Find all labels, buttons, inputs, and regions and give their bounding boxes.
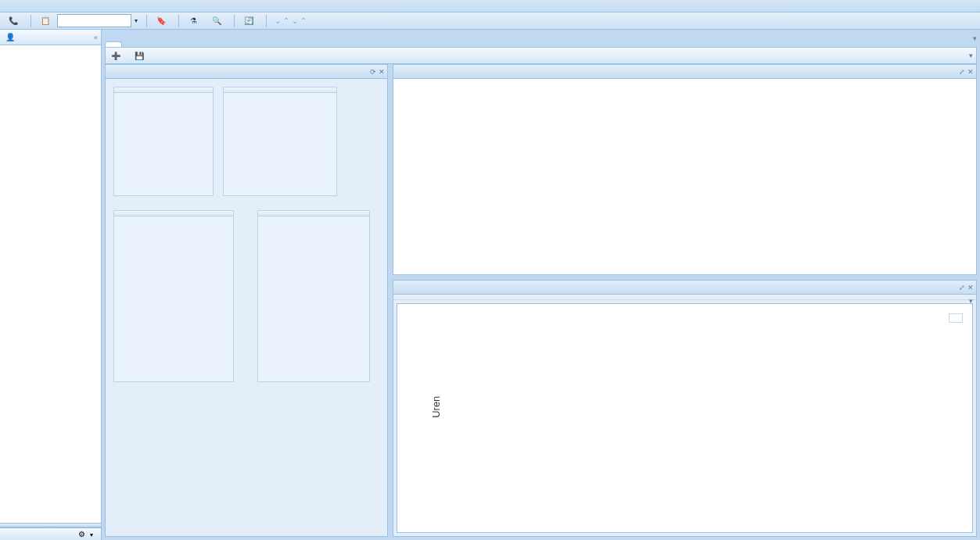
panel-favoriete: ⤢✕ xyxy=(393,64,977,275)
gear-icon[interactable] xyxy=(77,528,88,539)
project-combo[interactable]: ▾ xyxy=(36,13,142,29)
week-tabs: ▾ xyxy=(393,295,976,300)
sidebar-footer: ▾ xyxy=(0,527,101,540)
refresh-icon xyxy=(243,16,254,27)
group-title xyxy=(258,211,369,216)
project-icon xyxy=(40,16,51,27)
user-icon xyxy=(5,32,16,43)
phone-icon xyxy=(8,16,19,27)
project-input[interactable] xyxy=(57,14,131,27)
content: ▾ ▾ ⟳✕ xyxy=(102,30,980,540)
telefoonlijst-button[interactable] xyxy=(4,14,26,28)
toolbar-dropdown-icon[interactable]: ▾ xyxy=(969,52,973,59)
tag-icon xyxy=(156,16,167,27)
separator xyxy=(266,15,267,27)
add-icon xyxy=(110,50,121,61)
separator xyxy=(31,15,31,27)
pin-icon[interactable]: ⟳ xyxy=(370,68,376,76)
zoekfilter-button[interactable] xyxy=(207,14,229,28)
restore-icon[interactable]: ⤢ xyxy=(959,284,965,291)
group-relaties xyxy=(113,87,214,196)
toolbar: ▾ ⌄ ⌃ ⌄ ⌃ xyxy=(0,13,980,30)
separator xyxy=(178,15,179,27)
arrow-down-icon[interactable]: ⌄ xyxy=(275,16,281,25)
group-title xyxy=(114,88,213,93)
menubar xyxy=(0,0,980,13)
arrow-double-up-icon[interactable]: ⌃ xyxy=(300,16,307,25)
filterbar-button[interactable] xyxy=(184,14,206,28)
sidebar-tree xyxy=(0,45,101,523)
save-icon xyxy=(134,50,145,61)
legend xyxy=(949,313,963,323)
close-icon[interactable]: ✕ xyxy=(967,284,974,291)
panel-header: ⤢✕ xyxy=(393,281,976,295)
favorites-body xyxy=(393,79,976,274)
tabstrip: ▾ xyxy=(102,30,980,47)
arrow-up-icon[interactable]: ⌃ xyxy=(283,16,289,25)
toevoegen-button[interactable] xyxy=(110,50,124,61)
categoriseren-button[interactable] xyxy=(152,14,174,28)
group-title xyxy=(114,211,233,216)
group-title xyxy=(224,88,336,93)
separator xyxy=(234,15,235,27)
group-financieel xyxy=(113,210,234,382)
panel-body xyxy=(106,79,387,536)
opslaan-button[interactable] xyxy=(134,50,148,61)
separator xyxy=(146,15,147,27)
search-icon xyxy=(211,16,222,27)
close-icon[interactable]: ✕ xyxy=(379,68,385,76)
nav-arrows: ⌄ ⌃ ⌄ ⌃ xyxy=(275,16,307,25)
chart-area: Uren xyxy=(397,303,973,533)
panel-hoofdmenu: ⟳✕ xyxy=(105,64,388,537)
filter-icon xyxy=(188,16,199,27)
verversen-button[interactable] xyxy=(239,14,261,28)
group-projecten xyxy=(223,87,337,196)
arrow-double-down-icon[interactable]: ⌄ xyxy=(292,16,298,25)
dropdown-icon[interactable]: ▾ xyxy=(90,531,93,538)
group-instellingen xyxy=(257,210,370,382)
dropdown-icon: ▾ xyxy=(135,17,138,24)
close-icon[interactable]: ✕ xyxy=(967,68,974,76)
chart: Uren xyxy=(429,312,964,524)
tabs-dropdown-icon[interactable]: ▾ xyxy=(973,34,977,42)
panel-header: ⤢✕ xyxy=(393,65,976,79)
tab-dashboard[interactable] xyxy=(105,41,122,47)
collapse-icon[interactable]: « xyxy=(94,34,98,41)
panel-weekstaat: ⤢✕ ▾ Uren xyxy=(393,280,977,537)
restore-icon[interactable]: ⤢ xyxy=(959,68,965,76)
panel-header: ⟳✕ xyxy=(106,65,387,79)
dashboard-toolbar: ▾ xyxy=(105,47,977,64)
y-axis-label: Uren xyxy=(430,396,442,418)
sidebar: « ····· ▾ xyxy=(0,30,102,540)
sidebar-header: « xyxy=(0,30,101,45)
